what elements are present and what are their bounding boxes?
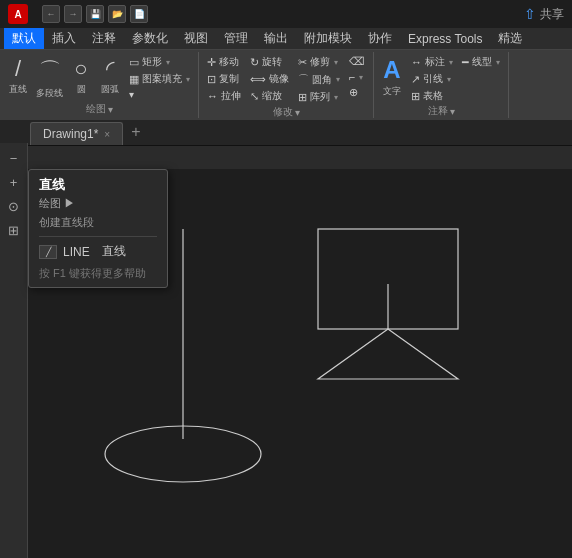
- text-label: 文字: [383, 85, 401, 98]
- line-label: 直线: [9, 83, 27, 96]
- modify-col1: ✛ 移动 ⊡ 复制 ↔ 拉伸: [203, 54, 245, 104]
- left-tool-grid[interactable]: ⊞: [3, 219, 25, 241]
- title-bar: A ← → 💾 📂 📄 ⇧ 共享: [0, 0, 572, 28]
- move-btn[interactable]: ✛ 移动: [203, 54, 245, 70]
- menu-manage[interactable]: 管理: [216, 28, 256, 49]
- ribbon: / 直线 ⌒ 多段线 ○ 圆 ◜ 圆弧 ▭ 矩形 ▾: [0, 50, 572, 120]
- menu-addons[interactable]: 附加模块: [296, 28, 360, 49]
- menu-output[interactable]: 输出: [256, 28, 296, 49]
- circle-icon: ○: [74, 56, 87, 82]
- array-btn[interactable]: ⊞ 阵列 ▾: [294, 89, 344, 105]
- table-btn[interactable]: ⊞ 表格: [407, 88, 457, 104]
- share-icon: ⇧: [524, 6, 536, 22]
- menu-parametric[interactable]: 参数化: [124, 28, 176, 49]
- leader-icon: ↗: [411, 73, 420, 86]
- modify-tools-top: ✛ 移动 ⊡ 复制 ↔ 拉伸 ↻ 旋转 ⟺ 镜像: [203, 54, 369, 105]
- dimension-icon: ↔: [411, 56, 422, 68]
- open-button[interactable]: 📂: [108, 5, 126, 23]
- scale-btn[interactable]: ⤡ 缩放: [246, 88, 293, 104]
- explode-btn[interactable]: ⊕: [345, 85, 369, 100]
- menu-collaborate[interactable]: 协作: [360, 28, 400, 49]
- tooltip-popup: 直线 绘图 ▶ 创建直线段 ╱ LINE 直线 按 F1 键获得更多帮助: [28, 169, 168, 288]
- chamfer-arrow: ▾: [359, 73, 363, 82]
- redo-button[interactable]: →: [64, 5, 82, 23]
- annotate-group-label: 注释 ▾: [428, 104, 455, 120]
- mirror-label: 镜像: [269, 72, 289, 86]
- polyline-label: 多段线: [36, 87, 63, 100]
- annotate-label-text: 注释: [428, 104, 448, 118]
- move-icon: ✛: [207, 56, 216, 69]
- rotate-btn[interactable]: ↻ 旋转: [246, 54, 293, 70]
- left-panel: − + ⊙ ⊞: [0, 143, 28, 558]
- new-button[interactable]: 📄: [130, 5, 148, 23]
- app-logo: A: [8, 4, 28, 24]
- arc-tool[interactable]: ◜ 圆弧: [96, 54, 124, 98]
- tooltip-submenu: 绘图 ▶: [39, 196, 157, 211]
- explode-icon: ⊕: [349, 86, 358, 99]
- scale-icon: ⤡: [250, 90, 259, 103]
- linetype-btn[interactable]: ━ 线型 ▾: [458, 54, 504, 70]
- copy-btn[interactable]: ⊡ 复制: [203, 71, 245, 87]
- left-tool-minus[interactable]: −: [3, 147, 25, 169]
- menu-featured[interactable]: 精选: [490, 28, 530, 49]
- line-tool[interactable]: / 直线: [4, 54, 32, 98]
- copy-label: 复制: [219, 72, 239, 86]
- erase-btn[interactable]: ⌫: [345, 54, 369, 69]
- fillet-btn[interactable]: ⌒ 圆角 ▾: [294, 71, 344, 88]
- annotate-linetype: ━ 线型 ▾: [458, 54, 504, 70]
- doc-tab-close[interactable]: ×: [104, 129, 110, 140]
- save-button[interactable]: 💾: [86, 5, 104, 23]
- menu-insert[interactable]: 插入: [44, 28, 84, 49]
- text-tool[interactable]: A 文字: [378, 54, 406, 100]
- line-icon: /: [15, 56, 21, 82]
- array-arrow: ▾: [334, 93, 338, 102]
- chamfer-btn[interactable]: ⌐ ▾: [345, 70, 369, 84]
- trim-btn[interactable]: ✂ 修剪 ▾: [294, 54, 344, 70]
- draw-tools-top: / 直线 ⌒ 多段线 ○ 圆 ◜ 圆弧 ▭ 矩形 ▾: [4, 54, 194, 102]
- trim-icon: ✂: [298, 56, 307, 69]
- rotate-label: 旋转: [262, 55, 282, 69]
- linetype-icon: ━: [462, 56, 469, 69]
- undo-button[interactable]: ←: [42, 5, 60, 23]
- arc-icon: ◜: [106, 56, 115, 82]
- circle-tool[interactable]: ○ 圆: [67, 54, 95, 98]
- rect-small-btn[interactable]: ▭ 矩形 ▾: [125, 54, 194, 70]
- chamfer-icon: ⌐: [349, 71, 355, 83]
- menu-annotate[interactable]: 注释: [84, 28, 124, 49]
- text-icon: A: [383, 56, 400, 84]
- erase-icon: ⌫: [349, 55, 365, 68]
- more-draw-btn[interactable]: ▾: [125, 88, 194, 101]
- menu-express-tools[interactable]: Express Tools: [400, 30, 490, 48]
- mirror-btn[interactable]: ⟺ 镜像: [246, 71, 293, 87]
- hatch-icon: ▦: [129, 73, 139, 86]
- copy-icon: ⊡: [207, 73, 216, 86]
- rotate-icon: ↻: [250, 56, 259, 69]
- circle-label: 圆: [77, 83, 86, 96]
- new-tab-button[interactable]: +: [123, 119, 148, 145]
- draw-small-tools: ▭ 矩形 ▾ ▦ 图案填充 ▾ ▾: [125, 54, 194, 101]
- tooltip-submenu-text: 绘图 ▶: [39, 196, 75, 211]
- scale-label: 缩放: [262, 89, 282, 103]
- rect-arrow: ▾: [166, 58, 170, 67]
- left-tool-target[interactable]: ⊙: [3, 195, 25, 217]
- menu-default[interactable]: 默认: [4, 28, 44, 49]
- menu-view[interactable]: 视图: [176, 28, 216, 49]
- modify-group-label: 修改 ▾: [273, 105, 300, 120]
- stretch-btn[interactable]: ↔ 拉伸: [203, 88, 245, 104]
- tooltip-hint: 按 F1 键获得更多帮助: [39, 266, 157, 281]
- table-label: 表格: [423, 89, 443, 103]
- annotate-label-arrow: ▾: [450, 106, 455, 117]
- dimension-btn[interactable]: ↔ 标注 ▾: [407, 54, 457, 70]
- annotate-small: ↔ 标注 ▾ ↗ 引线 ▾ ⊞ 表格: [407, 54, 457, 104]
- tooltip-divider: [39, 236, 157, 237]
- doc-tab-drawing1[interactable]: Drawing1* ×: [30, 122, 123, 145]
- ribbon-draw-group: / 直线 ⌒ 多段线 ○ 圆 ◜ 圆弧 ▭ 矩形 ▾: [0, 52, 199, 118]
- left-tool-plus[interactable]: +: [3, 171, 25, 193]
- polyline-tool[interactable]: ⌒ 多段线: [33, 54, 66, 102]
- hatch-small-btn[interactable]: ▦ 图案填充 ▾: [125, 71, 194, 87]
- fillet-label: 圆角: [312, 73, 332, 87]
- arc-label: 圆弧: [101, 83, 119, 96]
- leader-btn[interactable]: ↗ 引线 ▾: [407, 71, 457, 87]
- share-label[interactable]: 共享: [540, 6, 564, 23]
- tooltip-line-item: LINE: [63, 245, 90, 259]
